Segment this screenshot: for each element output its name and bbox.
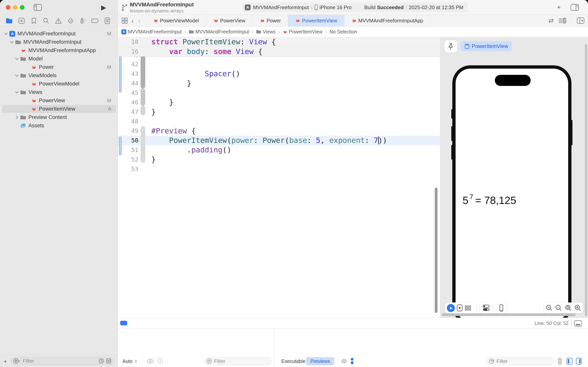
line-number[interactable]: 45: [118, 88, 138, 98]
code-line[interactable]: 43 Spacer(): [118, 69, 440, 79]
line-number[interactable]: 44: [118, 79, 138, 88]
disclosure-chevron-icon[interactable]: [14, 90, 20, 94]
close-button[interactable]: [6, 5, 10, 10]
zoom-fit-icon[interactable]: [565, 304, 572, 311]
breadcrumb-item[interactable]: A No Selection ›: [329, 29, 357, 35]
breadcrumb-item[interactable]: A PowerItemView ›: [283, 29, 329, 35]
disclosure-chevron-icon[interactable]: [14, 57, 20, 61]
breadcrumb-item[interactable]: A MVVMAndFreeformInput ›: [121, 29, 189, 35]
blue-indicator[interactable]: [120, 321, 127, 325]
code-line[interactable]: 44 }: [118, 79, 440, 88]
breadcrumb-label[interactable]: MVVMAndFreeformInput: [195, 29, 249, 35]
tree-row[interactable]: A Power M: [0, 63, 118, 71]
editor-options-icon[interactable]: [559, 17, 566, 24]
issues-navigator-icon[interactable]: [55, 17, 62, 25]
editor-tab[interactable]: MVVMAndFreeformInputApp: [344, 15, 430, 26]
code-line[interactable]: 46 }: [118, 98, 440, 107]
project-navigator-icon[interactable]: [5, 17, 13, 25]
clear-console-trash-icon[interactable]: [557, 357, 563, 365]
show-only-variables-eye-icon[interactable]: [147, 357, 154, 365]
disclosure-chevron-icon[interactable]: [9, 40, 15, 44]
disclosure-chevron-icon[interactable]: [14, 74, 20, 78]
scheme-project-name[interactable]: MVVMAndFreeformInput: [253, 4, 309, 10]
live-preview-button[interactable]: ▶: [447, 304, 455, 312]
structured-console-icon[interactable]: [350, 357, 355, 365]
sticky-line[interactable]: 10 struct PowerItemView: View {: [118, 37, 440, 47]
console-eye-icon[interactable]: [341, 357, 348, 365]
disclosure-chevron-icon[interactable]: [14, 116, 20, 119]
breadcrumb-item[interactable]: A MVVMAndFreeformInput ›: [189, 29, 256, 35]
go-forward-button[interactable]: ›: [136, 17, 143, 25]
code-line[interactable]: 47 }: [118, 107, 440, 117]
editor-tab[interactable]: Power: [252, 15, 288, 26]
tree-row[interactable]: A PowerItemView A: [0, 105, 118, 113]
show-variables-view-icon[interactable]: [566, 357, 573, 365]
reports-navigator-icon[interactable]: [104, 17, 111, 25]
variants-grid-icon[interactable]: [464, 305, 471, 311]
code-line[interactable]: 51 .padding(): [118, 145, 440, 155]
code-line[interactable]: 41 .minimumScaleFactor(0.5): [118, 56, 440, 59]
device-phone-icon[interactable]: [499, 304, 504, 312]
code-line[interactable]: 48: [118, 117, 440, 126]
pin-preview-button[interactable]: [445, 40, 457, 53]
show-console-view-icon[interactable]: [576, 357, 582, 365]
console-scope-previews[interactable]: Previews: [306, 357, 334, 365]
editor-tab[interactable]: PowerViewModel: [146, 15, 206, 26]
breadcrumb-label[interactable]: MVVMAndFreeformInput: [128, 29, 182, 35]
toggle-debug-area-icon[interactable]: [574, 320, 582, 327]
zoom-in-icon[interactable]: [574, 304, 581, 311]
code-line[interactable]: 52 }: [118, 155, 440, 164]
tree-row[interactable]: A PowerView M: [0, 96, 118, 105]
quicklook-info-icon[interactable]: ⓘ: [158, 357, 163, 365]
tests-navigator-icon[interactable]: [67, 17, 74, 25]
sticky-line[interactable]: 16 var body: some View {: [118, 47, 440, 57]
source-control-filter-icon[interactable]: [106, 358, 111, 364]
find-navigator-icon[interactable]: [42, 17, 50, 25]
breadcrumb-label[interactable]: Views: [263, 29, 276, 35]
debug-pane-divider[interactable]: [274, 329, 274, 367]
code-line[interactable]: 45: [118, 88, 440, 98]
line-number[interactable]: 42: [118, 59, 138, 69]
tree-row[interactable]: A MVVMAndFreeformInput M: [0, 30, 118, 38]
line-number[interactable]: 51: [118, 145, 138, 155]
add-file-button[interactable]: +: [3, 358, 7, 365]
debug-navigator-icon[interactable]: [79, 17, 86, 25]
editor-vertical-scrollbar[interactable]: [435, 188, 437, 313]
preview-vertical-scrollbar[interactable]: [585, 44, 587, 317]
disclosure-chevron-icon[interactable]: [3, 32, 9, 36]
zoom-button[interactable]: [20, 5, 25, 10]
code-line[interactable]: 49 #Preview {: [118, 126, 440, 136]
scheme-selector[interactable]: A MVVMAndFreeformInput › iPhone 16 Pro B…: [242, 2, 468, 12]
preview-horizontal-scrollbar[interactable]: [442, 313, 576, 316]
line-number[interactable]: 43: [118, 69, 138, 79]
code-line[interactable]: 53: [118, 164, 440, 174]
tree-row[interactable]: A MVVMAndFreeformInput: [0, 38, 118, 46]
line-number[interactable]: 49: [118, 126, 138, 136]
zoom-100-icon[interactable]: 1: [555, 304, 562, 311]
zoom-out-icon[interactable]: [546, 304, 553, 311]
breadcrumb-label[interactable]: PowerItemView: [289, 29, 322, 35]
console-scope-executable[interactable]: Executable: [281, 357, 305, 365]
activity-view[interactable]: Build Succeeded|2025-02-20 at 12:35 PM: [364, 4, 463, 10]
tree-row[interactable]: A Model: [0, 55, 118, 63]
line-number[interactable]: 53: [118, 164, 138, 174]
tree-row[interactable]: A Assets: [0, 122, 118, 130]
tree-row[interactable]: A ViewModels: [0, 71, 118, 80]
tree-row[interactable]: A MVVMAndFreeformInputApp: [0, 46, 118, 55]
line-number[interactable]: 47: [118, 107, 138, 117]
device-settings-icon[interactable]: [482, 304, 490, 312]
code-line[interactable]: 50 PowerItemView(power: Power(base: 5, e…: [118, 136, 440, 145]
selectable-mode-icon[interactable]: [456, 304, 463, 312]
tree-row[interactable]: A Preview Content: [0, 113, 118, 122]
library-plus-button[interactable]: +: [557, 3, 561, 11]
line-number[interactable]: 46: [118, 98, 138, 107]
variables-filter-field[interactable]: Filter: [204, 357, 271, 365]
recent-files-clock-icon[interactable]: [99, 358, 104, 364]
split-editor-icon[interactable]: [577, 17, 585, 24]
sidebar-toggle-icon[interactable]: [34, 4, 42, 11]
tree-row[interactable]: A Views: [0, 88, 118, 96]
bookmarks-navigator-icon[interactable]: [30, 17, 38, 25]
source-control-navigator-icon[interactable]: [18, 17, 25, 25]
breakpoints-navigator-icon[interactable]: [91, 17, 99, 25]
navigator-filter-field[interactable]: Filter: [10, 357, 114, 365]
